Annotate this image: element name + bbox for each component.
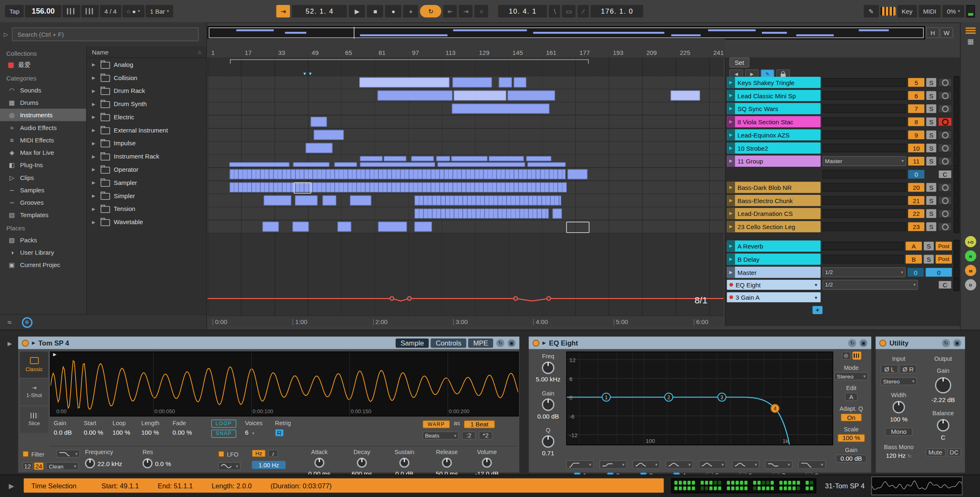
beat-time-ruler[interactable]: 1173349658197113129145161177193209225241 [207,39,725,58]
dc-filter-button[interactable]: DC [947,448,961,457]
optimize-height-button[interactable]: H [926,28,940,38]
status-play-icon[interactable]: ▶ [9,482,14,490]
band-6-filter-type-dropdown[interactable]: ▾ [732,460,759,469]
track-name[interactable]: ▶SQ Sync Wars [727,103,821,114]
track-name[interactable]: ▶Master [727,267,821,278]
midi-map-button[interactable]: MIDI [919,5,941,17]
spectrum-icon[interactable] [852,352,861,360]
sidebar-item-midi-effects[interactable]: ≡MIDI Effects [0,134,86,146]
browser-folder-wavetable[interactable]: ▶Wavetable [87,215,206,229]
sidebar-item-user-library[interactable]: ◑User Library [0,246,86,258]
browser-folder-collision[interactable]: ▶Collision [87,71,206,84]
optimize-width-button[interactable]: W [940,28,953,38]
set-locator-button[interactable]: Set [729,57,749,67]
solo-button[interactable]: S [926,183,936,192]
track-number[interactable]: 7 [908,104,924,113]
warp-double-button[interactable]: *2 [479,431,492,440]
hot-swap-preset-icon[interactable]: ↻ [848,339,856,347]
track-number[interactable]: 8 [908,117,924,126]
sample-waveform-display[interactable]: ▶ 0:000:00:0500:00:1000:00:1500:00:200 [50,352,519,417]
phase-right-button[interactable]: Ø R [899,364,917,373]
solo-button[interactable]: S [924,241,934,250]
arrangement-position[interactable]: 52. 1. 4 [292,5,347,17]
master-device-selector[interactable]: EQ Eight▼ [727,280,821,290]
track-number[interactable]: 5 [908,78,924,87]
band-5-filter-type-dropdown[interactable]: ▾ [699,460,726,469]
track-fold-icon[interactable]: ▶ [727,90,735,101]
width-knob[interactable] [892,401,905,413]
solo-button[interactable]: S [926,196,936,205]
band-2-filter-type-dropdown[interactable]: ▾ [599,460,627,469]
track-name[interactable]: ▶Lead-Equinox AZS [727,129,821,140]
sidebar-item-templates[interactable]: ▤Templates [0,208,86,221]
punch-in-icon[interactable]: ∖ [549,5,560,17]
browser-folder-electric[interactable]: ▶Electric [87,111,206,124]
tab-sample[interactable]: Sample [395,338,429,348]
disclosure-icon[interactable]: ▶ [92,193,97,198]
filter-freq-control[interactable]: Frequency 22.0 kHz [85,448,122,468]
track-fold-icon[interactable]: ▶ [727,182,735,193]
lfo-sync-button[interactable]: ♪ [268,450,278,457]
phase-left-button[interactable]: Ø L [880,364,898,373]
session-record-button[interactable]: ↻ [420,5,441,17]
track-name[interactable]: ▶Bass-Electro Chunk [727,195,821,206]
sidebar-item-audio-effects[interactable]: ≈Audio Effects [0,121,86,133]
edit-ab-button[interactable]: A [845,393,857,401]
lfo-rate-value[interactable]: 1.00 Hz [252,461,286,469]
env-release-knob[interactable] [442,458,452,468]
track-fold-icon[interactable]: ▶ [727,77,735,88]
save-preset-icon[interactable]: ▣ [859,339,868,347]
track-fold-icon[interactable]: ▶ [727,253,735,265]
tap-tempo-button[interactable]: Tap [5,5,24,17]
draw-mode-icon[interactable]: ✎ [863,5,878,17]
audition-icon[interactable]: ◎ [842,352,850,360]
time-ruler[interactable]: 0:001:002:003:004:005:006:00 [207,315,724,327]
time-signature[interactable]: 4 / 4 [100,5,121,17]
loop-on-button[interactable]: LOOP SNAP [211,420,236,438]
browser-folder-external-instrument[interactable]: ▶External Instrument [87,124,206,137]
crossfade-assign-button[interactable]: C [938,280,952,289]
grid-view-icon[interactable]: ▦ [961,38,980,46]
bass-mono-value[interactable]: 120 Hz ↻ [878,452,919,459]
filter-enable-checkbox[interactable] [22,451,29,457]
scale-value[interactable]: 100 % [837,434,865,442]
arm-button[interactable] [938,144,952,152]
record-button[interactable]: ● [385,5,401,17]
warp-mode-dropdown[interactable]: Beats▾ [423,431,459,440]
name-column-header[interactable]: Name [92,48,108,55]
disclosure-icon[interactable]: ▶ [92,180,97,185]
device-on-button[interactable] [22,339,29,346]
browser-folder-analog[interactable]: ▶Analog [87,58,206,71]
follow-button[interactable]: ⇥ [276,5,290,17]
solo-button[interactable]: S [926,91,936,100]
eq-gain-control[interactable]: Gain 0.00 dB [531,390,565,420]
filter-circuit-dropdown[interactable]: Clean▾ [46,462,79,470]
device-on-button[interactable] [879,339,886,346]
filter-res-knob[interactable] [143,458,152,468]
quantize-menu[interactable]: 1 Bar▾ [145,5,173,17]
cpu-load[interactable]: 0%▾ [942,5,964,17]
disclosure-icon[interactable]: ▶ [92,206,97,211]
track-name[interactable]: ▶B Delay [727,253,821,265]
eq-q-control[interactable]: Q 0.71 [531,426,565,457]
punch-out-icon[interactable]: ∕ [578,5,589,17]
param-value[interactable]: 0.00 % [173,429,192,436]
env-sustain-knob[interactable] [400,458,409,468]
tempo-display[interactable]: 156.00 [25,5,62,17]
env-sustain[interactable]: Sustain0.0 dB [385,448,424,477]
sidebar-item-sounds[interactable]: ◠Sounds [0,84,86,96]
browser-folder-operator[interactable]: ▶Operator [87,163,206,176]
band-4-filter-type-dropdown[interactable]: ▾ [666,460,693,469]
track-number[interactable]: 10 [908,144,924,152]
filter-slope-24-button[interactable]: 24 [34,462,44,470]
output-gain-knob[interactable] [935,377,951,393]
eq-freq-knob[interactable] [542,362,554,374]
sidebar-item-samples[interactable]: ∼Samples [0,184,86,196]
clip-waveform-thumbnail[interactable] [871,476,963,495]
sidebar-item-grooves[interactable]: ∽Grooves [0,196,86,208]
env-decay-knob[interactable] [357,458,367,468]
add-collection-icon[interactable]: ⊕ [21,317,32,328]
track-number[interactable]: 23 [908,222,924,231]
nudge-down-icon[interactable] [62,5,80,17]
mode-dropdown[interactable]: Stereo▾ [835,372,868,381]
